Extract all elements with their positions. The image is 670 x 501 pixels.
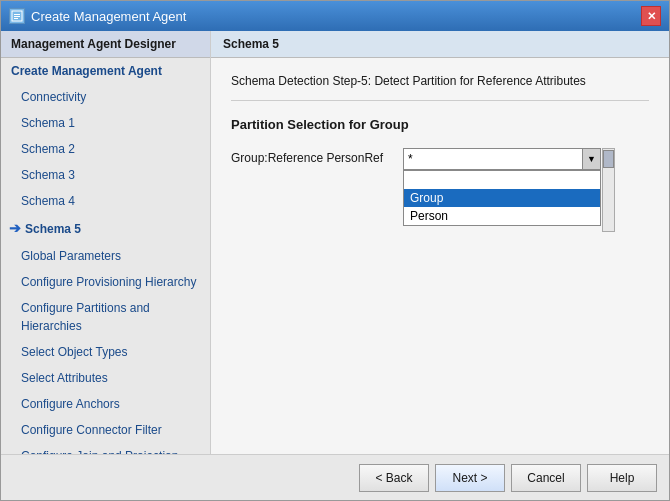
cancel-button[interactable]: Cancel (511, 464, 581, 492)
sidebar-item-configure-part[interactable]: Configure Partitions and Hierarchies (1, 295, 210, 339)
sidebar-item-configure-filter[interactable]: Configure Connector Filter (1, 417, 210, 443)
scrollbar[interactable] (602, 148, 615, 232)
footer: < Back Next > Cancel Help (1, 454, 669, 500)
right-panel: Schema 5 Schema Detection Step-5: Detect… (211, 31, 669, 454)
dropdown-arrow-button[interactable]: ▼ (582, 149, 600, 169)
section-title: Partition Selection for Group (231, 117, 649, 132)
scrollbar-thumb (603, 150, 614, 168)
select-value: * (408, 152, 582, 166)
sidebar-item-connectivity[interactable]: Connectivity (1, 84, 210, 110)
dropdown-list: Group Person (403, 170, 601, 226)
group-reference-select[interactable]: * ▼ (403, 148, 601, 170)
next-button[interactable]: Next > (435, 464, 505, 492)
step-description: Schema Detection Step-5: Detect Partitio… (231, 74, 649, 101)
panel-header: Schema 5 (211, 31, 669, 58)
sidebar-item-global-params[interactable]: Global Parameters (1, 243, 210, 269)
sidebar-item-select-attrs[interactable]: Select Attributes (1, 365, 210, 391)
sidebar-item-configure-join[interactable]: Configure Join and Projection Rules (1, 443, 210, 454)
current-arrow-icon: ➔ (9, 218, 21, 239)
sidebar-item-schema4[interactable]: Schema 4 (1, 188, 210, 214)
sidebar-item-schema5[interactable]: ➔ Schema 5 (1, 214, 210, 243)
svg-rect-2 (14, 16, 20, 17)
sidebar-item-configure-anchors[interactable]: Configure Anchors (1, 391, 210, 417)
help-button[interactable]: Help (587, 464, 657, 492)
sidebar-item-schema3[interactable]: Schema 3 (1, 162, 210, 188)
back-button[interactable]: < Back (359, 464, 429, 492)
sidebar: Management Agent Designer Create Managem… (1, 31, 211, 454)
window-icon (9, 8, 25, 24)
sidebar-item-select-object[interactable]: Select Object Types (1, 339, 210, 365)
field-row: Group:Reference PersonRef * ▼ Group (231, 148, 649, 170)
field-label: Group:Reference PersonRef (231, 148, 391, 165)
dropdown-option-group[interactable]: Group (404, 189, 600, 207)
close-button[interactable]: ✕ (641, 6, 661, 26)
sidebar-item-configure-prov[interactable]: Configure Provisioning Hierarchy (1, 269, 210, 295)
svg-rect-1 (14, 14, 20, 15)
sidebar-item-create-ma[interactable]: Create Management Agent (1, 58, 210, 84)
dropdown-option-person[interactable]: Person (404, 207, 600, 225)
main-content: Management Agent Designer Create Managem… (1, 31, 669, 454)
sidebar-item-schema1[interactable]: Schema 1 (1, 110, 210, 136)
dropdown-option-empty[interactable] (404, 171, 600, 189)
panel-body: Schema Detection Step-5: Detect Partitio… (211, 58, 669, 454)
window: Create Management Agent ✕ Management Age… (0, 0, 670, 501)
sidebar-header: Management Agent Designer (1, 31, 210, 58)
window-title: Create Management Agent (31, 9, 186, 24)
svg-rect-3 (14, 18, 18, 19)
sidebar-item-schema2[interactable]: Schema 2 (1, 136, 210, 162)
title-bar: Create Management Agent ✕ (1, 1, 669, 31)
dropdown-wrapper: * ▼ Group Person (403, 148, 601, 170)
